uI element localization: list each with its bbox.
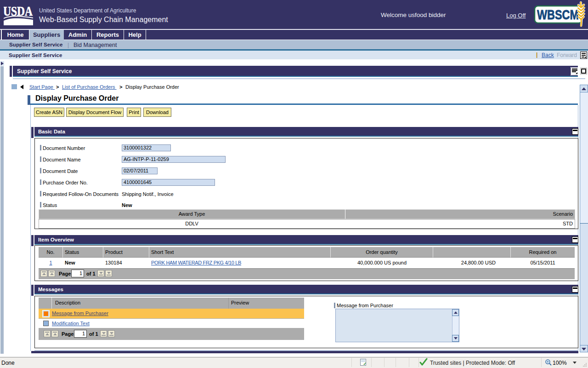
svg-text:WBSCM: WBSCM xyxy=(537,7,579,22)
